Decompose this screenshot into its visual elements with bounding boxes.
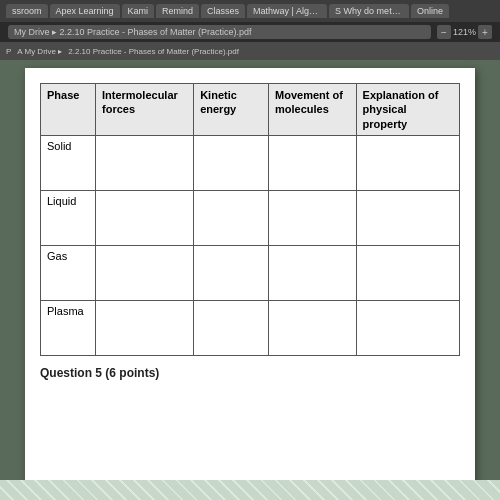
phase-solid-label: Solid [41, 135, 96, 190]
phases-table: Phase Intermolecular forces Kinetic ener… [40, 83, 460, 356]
tab-mathway[interactable]: Mathway | Algebra... [247, 4, 327, 18]
url-input[interactable]: My Drive ▸ 2.2.10 Practice - Phases of M… [8, 25, 431, 39]
plasma-explanation[interactable] [356, 300, 459, 355]
table-row-liquid: Liquid [41, 190, 460, 245]
pdf-page: Phase Intermolecular forces Kinetic ener… [25, 68, 475, 480]
tab-apex[interactable]: Apex Learning [50, 4, 120, 18]
zoom-out-button[interactable]: − [437, 25, 451, 39]
question-label: Question 5 (6 points) [40, 366, 460, 380]
zoom-in-button[interactable]: + [478, 25, 492, 39]
solid-intermolecular[interactable] [96, 135, 194, 190]
bookmark-mydrive[interactable]: A My Drive ▸ [17, 47, 62, 56]
gas-explanation[interactable] [356, 245, 459, 300]
plasma-intermolecular[interactable] [96, 300, 194, 355]
bookmarks-bar: P A My Drive ▸ 2.2.10 Practice - Phases … [0, 42, 500, 60]
zoom-controls: − 121% + [437, 25, 492, 39]
table-row-gas: Gas [41, 245, 460, 300]
tab-remind[interactable]: Remind [156, 4, 199, 18]
liquid-kinetic[interactable] [194, 190, 269, 245]
liquid-explanation[interactable] [356, 190, 459, 245]
bookmark-practice-file[interactable]: 2.2.10 Practice - Phases of Matter (Prac… [68, 47, 239, 56]
solid-kinetic[interactable] [194, 135, 269, 190]
plasma-movement[interactable] [269, 300, 357, 355]
tabs-container: ssroom Apex Learning Kami Remind Classes… [6, 4, 494, 18]
col-header-movement: Movement of molecules [269, 84, 357, 136]
bookmark-drive-icon[interactable]: P [6, 47, 11, 56]
browser-tabs-bar: ssroom Apex Learning Kami Remind Classes… [0, 0, 500, 22]
gas-movement[interactable] [269, 245, 357, 300]
tab-online[interactable]: Online [411, 4, 449, 18]
phase-plasma-label: Plasma [41, 300, 96, 355]
table-row-solid: Solid [41, 135, 460, 190]
liquid-movement[interactable] [269, 190, 357, 245]
col-header-explanation: Explanation of physical property [356, 84, 459, 136]
plasma-kinetic[interactable] [194, 300, 269, 355]
url-text: My Drive ▸ 2.2.10 Practice - Phases of M… [14, 27, 252, 37]
liquid-intermolecular[interactable] [96, 190, 194, 245]
phase-gas-label: Gas [41, 245, 96, 300]
tab-classes[interactable]: Classes [201, 4, 245, 18]
pdf-viewer: Phase Intermolecular forces Kinetic ener… [0, 60, 500, 480]
tab-metals[interactable]: S Why do metals con... [329, 4, 409, 18]
gas-kinetic[interactable] [194, 245, 269, 300]
col-header-intermolecular: Intermolecular forces [96, 84, 194, 136]
gas-intermolecular[interactable] [96, 245, 194, 300]
tab-kami[interactable]: Kami [122, 4, 155, 18]
phase-liquid-label: Liquid [41, 190, 96, 245]
zoom-level: 121% [453, 27, 476, 37]
col-header-phase: Phase [41, 84, 96, 136]
solid-explanation[interactable] [356, 135, 459, 190]
address-bar: My Drive ▸ 2.2.10 Practice - Phases of M… [0, 22, 500, 42]
tab-ssroom[interactable]: ssroom [6, 4, 48, 18]
col-header-kinetic: Kinetic energy [194, 84, 269, 136]
table-row-plasma: Plasma [41, 300, 460, 355]
screen-container: ssroom Apex Learning Kami Remind Classes… [0, 0, 500, 500]
table-header-row: Phase Intermolecular forces Kinetic ener… [41, 84, 460, 136]
solid-movement[interactable] [269, 135, 357, 190]
